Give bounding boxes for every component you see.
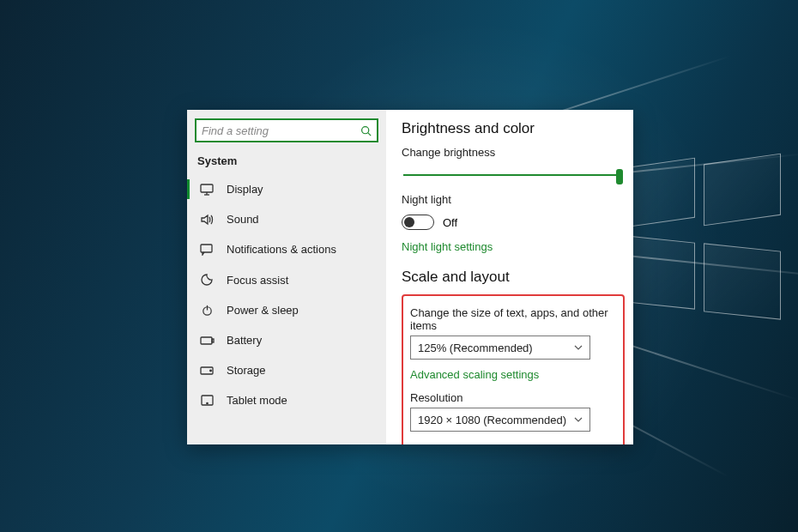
sidebar-item-battery[interactable]: Battery [187, 325, 386, 355]
brightness-slider[interactable] [403, 167, 623, 183]
sidebar-item-tablet-mode[interactable]: Tablet mode [187, 385, 386, 415]
sidebar-item-display[interactable]: Display [187, 174, 386, 204]
desktop-background: System Display Sou [0, 0, 798, 532]
focus-assist-icon [199, 273, 215, 287]
svg-point-11 [210, 370, 212, 372]
brightness-label: Change brightness [402, 146, 625, 159]
settings-window: System Display Sou [187, 110, 633, 444]
svg-point-13 [206, 402, 207, 403]
sidebar-section-title: System [187, 151, 386, 174]
battery-icon [199, 336, 215, 346]
notifications-icon [199, 244, 215, 256]
resolution-dropdown-value: 1920 × 1080 (Recommended) [418, 414, 566, 426]
scale-dropdown[interactable]: 125% (Recommended) [410, 336, 590, 360]
sidebar-item-label: Storage [227, 364, 266, 377]
resolution-label: Resolution [410, 391, 616, 404]
advanced-scaling-link[interactable]: Advanced scaling settings [410, 368, 539, 381]
brightness-heading: Brightness and color [402, 120, 625, 137]
sidebar-item-focus-assist[interactable]: Focus assist [187, 264, 386, 295]
sidebar-item-label: Focus assist [227, 274, 288, 287]
sidebar-item-label: Notifications & actions [227, 243, 336, 256]
chevron-down-icon [574, 345, 583, 350]
sidebar-item-notifications[interactable]: Notifications & actions [187, 234, 386, 264]
resolution-dropdown[interactable]: 1920 × 1080 (Recommended) [410, 408, 590, 432]
svg-rect-2 [201, 184, 213, 192]
power-icon [199, 304, 215, 317]
sidebar-item-sound[interactable]: Sound [187, 204, 386, 234]
storage-icon [199, 366, 215, 375]
scale-label: Change the size of text, apps, and other… [410, 306, 616, 332]
sidebar-item-label: Battery [227, 334, 262, 347]
search-icon [360, 125, 372, 136]
nightlight-toggle[interactable] [402, 215, 434, 230]
scale-dropdown-value: 125% (Recommended) [418, 342, 533, 354]
scale-highlight-box: Change the size of text, apps, and other… [402, 294, 625, 444]
display-icon [199, 184, 215, 196]
sidebar-item-storage[interactable]: Storage [187, 355, 386, 385]
svg-rect-9 [212, 339, 214, 342]
sidebar-item-label: Tablet mode [227, 394, 287, 407]
sidebar-item-label: Display [227, 183, 263, 196]
sidebar-nav: Display Sound No [187, 174, 386, 415]
scale-heading: Scale and layout [402, 269, 625, 286]
sidebar-item-label: Power & sleep [227, 304, 299, 317]
svg-point-0 [362, 126, 369, 133]
tablet-icon [199, 395, 215, 406]
settings-sidebar: System Display Sou [187, 110, 386, 444]
sidebar-item-label: Sound [227, 213, 259, 226]
nightlight-settings-link[interactable]: Night light settings [402, 240, 493, 253]
search-input-wrapper[interactable] [195, 118, 378, 142]
sidebar-item-power-sleep[interactable]: Power & sleep [187, 295, 386, 325]
svg-rect-8 [201, 337, 212, 344]
sound-icon [199, 214, 215, 226]
search-input[interactable] [202, 124, 360, 137]
settings-content: Brightness and color Change brightness N… [386, 110, 633, 444]
nightlight-state: Off [443, 216, 457, 229]
chevron-down-icon [574, 417, 583, 422]
svg-rect-5 [201, 245, 212, 252]
svg-line-1 [368, 132, 371, 135]
nightlight-label: Night light [402, 193, 625, 206]
